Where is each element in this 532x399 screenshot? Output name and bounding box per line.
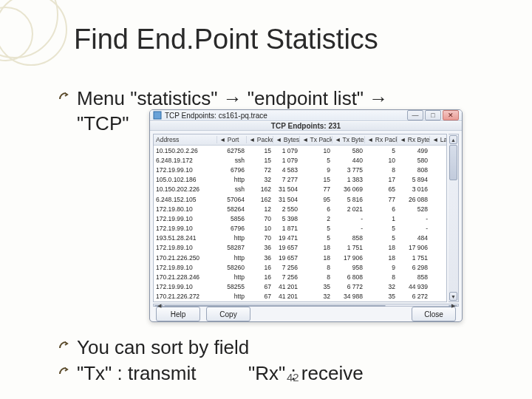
- table-row[interactable]: 193.51.28.241http7019 47158585484-: [154, 233, 446, 243]
- window-titlebar[interactable]: TCP Endpoints: cs161-pq.trace ― □ ✕: [150, 110, 462, 121]
- table-cell: 41 201: [273, 293, 300, 300]
- table-cell: 12: [247, 205, 273, 213]
- table-cell: 8: [365, 273, 398, 281]
- minimize-button[interactable]: ―: [407, 110, 423, 120]
- col-rx-bytes[interactable]: ◄ Rx Bytes: [398, 136, 430, 143]
- help-button[interactable]: Help: [156, 307, 200, 321]
- table-row[interactable]: 172.19.89.1058260167 256895896 298-: [154, 262, 446, 272]
- table-cell: 17: [365, 176, 398, 183]
- table-cell: 5 894: [398, 176, 430, 183]
- scroll-thumb[interactable]: [164, 305, 386, 307]
- table-cell: 7 256: [273, 264, 300, 271]
- svg-point-2: [0, 7, 33, 61]
- table-cell: -: [332, 215, 365, 222]
- table-cell: 6796: [217, 225, 247, 232]
- scroll-thumb[interactable]: [449, 145, 457, 180]
- table-cell: 170.21.228.246: [154, 273, 217, 281]
- table-cell: 16: [247, 273, 273, 281]
- table-cell: -: [430, 176, 446, 183]
- table-cell: -: [398, 225, 430, 232]
- table-cell: http: [217, 234, 247, 242]
- table-cell: 1 871: [273, 225, 300, 232]
- table-cell: -: [430, 185, 446, 193]
- table-cell: 1: [365, 215, 398, 222]
- table-cell: 2: [300, 215, 332, 222]
- table-cell: 77: [365, 196, 398, 203]
- table-cell: 172.19.89.10: [154, 244, 217, 251]
- table-cell: 105.0.102.186: [154, 176, 217, 183]
- table-cell: 6: [365, 205, 398, 213]
- table-row[interactable]: 172.19.80.1058264122 55062 0216528-: [154, 204, 446, 214]
- table-cell: 18: [365, 254, 398, 262]
- table-row[interactable]: 10.150.20.2.2662758151 079105805499-: [154, 146, 446, 155]
- table-row[interactable]: 170.21.226.250http3619 6571817 906181 75…: [154, 253, 446, 262]
- table-body[interactable]: 10.150.20.2.2662758151 079105805499-6.24…: [154, 146, 446, 301]
- scroll-right-icon[interactable]: ▶: [449, 305, 457, 307]
- table-cell: 580: [332, 147, 365, 154]
- table-cell: -: [430, 196, 446, 203]
- close-dialog-button[interactable]: Close: [412, 307, 456, 321]
- bullet-menu-path-line2: "TCP": [58, 112, 129, 135]
- endpoints-table[interactable]: Address ◄ Port ◄ Packets ◄ Bytes ◄ Tx Pa…: [153, 134, 447, 302]
- endpoints-tab[interactable]: TCP Endpoints: 231: [150, 121, 462, 131]
- table-cell: ssh: [217, 185, 247, 193]
- table-row[interactable]: 105.0.102.186http327 277151 383175 894-: [154, 175, 446, 185]
- table-cell: 10.150.20.2.26: [154, 147, 217, 154]
- table-cell: 15: [247, 147, 273, 154]
- table-cell: 67: [247, 283, 273, 290]
- table-cell: 7 256: [273, 273, 300, 281]
- table-cell: 18: [300, 244, 332, 251]
- svg-rect-3: [154, 112, 161, 119]
- scroll-left-icon[interactable]: ◀: [154, 305, 163, 307]
- table-cell: http: [217, 293, 247, 300]
- table-cell: 35: [300, 283, 332, 290]
- col-rx-packets[interactable]: ◄ Rx Packets: [365, 136, 398, 143]
- table-cell: -: [430, 147, 446, 154]
- table-row[interactable]: 170.21.228.246http167 25686 8088858-: [154, 272, 446, 282]
- table-cell: 162: [247, 185, 273, 193]
- table-cell: 6.248.19.172: [154, 157, 217, 164]
- horizontal-scrollbar[interactable]: ◀ ▶: [153, 304, 459, 307]
- table-cell: 6: [300, 205, 332, 213]
- col-tx-bytes[interactable]: ◄ Tx Bytes: [332, 136, 365, 143]
- col-tx-packets[interactable]: ◄ Tx Packets: [300, 136, 332, 143]
- col-address[interactable]: Address: [154, 136, 217, 143]
- table-cell: 5: [300, 234, 332, 242]
- table-cell: 16: [247, 264, 273, 271]
- table-cell: 62758: [217, 147, 247, 154]
- table-row[interactable]: 172.19.99.106796101 8715-5--: [154, 224, 446, 233]
- col-port[interactable]: ◄ Port: [217, 136, 247, 143]
- table-cell: 8: [300, 273, 332, 281]
- table-cell: 58287: [217, 244, 247, 251]
- table-cell: -: [430, 283, 446, 290]
- table-cell: http: [217, 273, 247, 281]
- table-cell: 528: [398, 205, 430, 213]
- vertical-scrollbar[interactable]: ▲ ▼: [449, 134, 459, 302]
- col-packets[interactable]: ◄ Packets: [247, 136, 273, 143]
- table-row[interactable]: 172.19.99.106796724 58393 7758808-: [154, 165, 446, 174]
- close-button[interactable]: ✕: [443, 110, 459, 120]
- table-cell: 172.19.80.10: [154, 205, 217, 213]
- maximize-button[interactable]: □: [425, 110, 441, 120]
- table-row[interactable]: 170.21.226.272http6741 2013234 988356 27…: [154, 292, 446, 301]
- table-cell: 77: [300, 185, 332, 193]
- table-row[interactable]: 10.150.202.226ssh16231 5047736 069653 01…: [154, 185, 446, 194]
- bullet-text: You can sort by field: [77, 336, 249, 359]
- table-cell: 32: [247, 176, 273, 183]
- table-header-row[interactable]: Address ◄ Port ◄ Packets ◄ Bytes ◄ Tx Pa…: [154, 134, 446, 146]
- scroll-up-icon[interactable]: ▲: [449, 135, 457, 144]
- col-bytes[interactable]: ◄ Bytes: [273, 136, 300, 143]
- table-cell: 19 657: [273, 254, 300, 262]
- table-row[interactable]: 172.19.89.10582873619 657181 7511817 906…: [154, 243, 446, 253]
- copy-button[interactable]: Copy: [206, 307, 250, 321]
- table-row[interactable]: 6.248.19.172ssh151 079544010580-: [154, 155, 446, 165]
- table-row[interactable]: 6.248.152.1055706416231 504955 8167726 0…: [154, 194, 446, 204]
- table-cell: 4 583: [273, 166, 300, 174]
- table-cell: 6 808: [332, 273, 365, 281]
- table-row[interactable]: 172.19.99.105856705 3982-1--: [154, 214, 446, 223]
- col-latitude[interactable]: ◄ Latitude ◄: [430, 136, 447, 143]
- table-row[interactable]: 172.19.99.10582556741 201356 7723244 939…: [154, 282, 446, 292]
- table-cell: 18: [300, 254, 332, 262]
- table-cell: 193.51.28.241: [154, 234, 217, 242]
- scroll-down-icon[interactable]: ▼: [449, 292, 457, 301]
